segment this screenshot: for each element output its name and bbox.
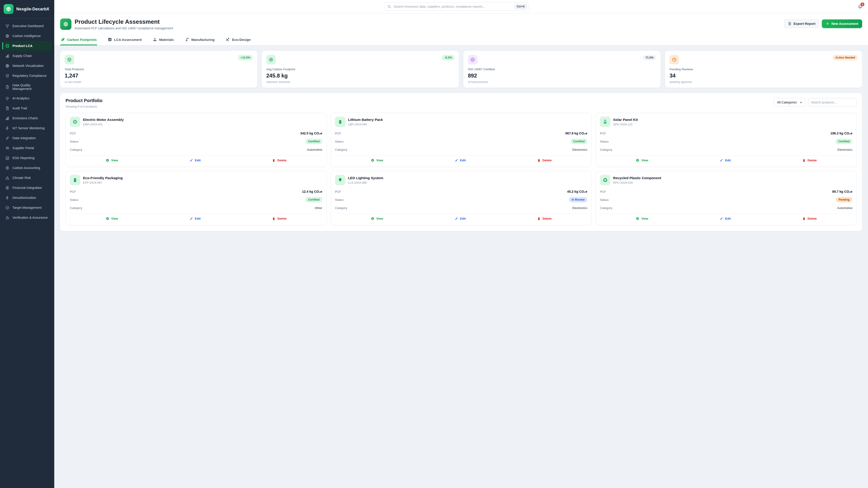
status-badge: In Review bbox=[569, 197, 587, 202]
edit-button[interactable]: Edit bbox=[189, 217, 201, 221]
export-report-label: Export Report bbox=[794, 22, 815, 26]
page-scroll[interactable]: Product Lifecycle Assessment Automated P… bbox=[54, 13, 868, 488]
sidebar-item-target-management[interactable]: Target Management bbox=[2, 203, 52, 213]
product-search-input[interactable] bbox=[808, 98, 857, 107]
view-button[interactable]: View bbox=[105, 158, 118, 162]
sidebar-item-ai-analytics[interactable]: AI Analytics bbox=[2, 93, 52, 103]
status-label: Status bbox=[600, 198, 609, 201]
view-label: View bbox=[376, 217, 383, 220]
trash-icon bbox=[272, 159, 276, 162]
sidebar-item-regulatory-compliance[interactable]: Regulatory Compliance bbox=[2, 71, 52, 80]
export-report-button[interactable]: Export Report bbox=[784, 19, 819, 28]
view-button[interactable]: View bbox=[371, 217, 383, 221]
bar-chart-square-icon bbox=[107, 37, 112, 42]
view-button[interactable]: View bbox=[371, 158, 383, 162]
category-filter-value: All Categories bbox=[777, 101, 797, 104]
pencil-icon bbox=[719, 159, 723, 162]
new-assessment-label: New Assessment bbox=[831, 22, 858, 26]
globe-icon bbox=[6, 6, 11, 12]
view-button[interactable]: View bbox=[105, 217, 118, 221]
stat-badge: +12.5% bbox=[238, 55, 253, 60]
category-value: Electronics bbox=[572, 206, 587, 210]
sidebar-item-climate-risk[interactable]: Climate Risk bbox=[2, 173, 52, 183]
sidebar-item-audit-trail[interactable]: Audit Trail bbox=[2, 103, 52, 113]
product-id: LBP-2024-045 bbox=[348, 123, 383, 126]
edit-label: Edit bbox=[195, 159, 201, 162]
dollar-circle-icon bbox=[5, 166, 9, 170]
category-value: Automotive bbox=[307, 148, 322, 151]
product-id: SPK-2024-123 bbox=[613, 123, 638, 126]
status-badge: Certified bbox=[305, 139, 322, 144]
sidebar-item-iot-sensor-monitoring[interactable]: IoT Sensor Monitoring bbox=[2, 123, 52, 133]
status-badge: Certified bbox=[835, 139, 852, 144]
view-button[interactable]: View bbox=[636, 217, 648, 221]
notification-count-badge: 3 bbox=[861, 2, 864, 6]
link-icon bbox=[5, 136, 9, 140]
edit-button[interactable]: Edit bbox=[719, 158, 731, 162]
edit-button[interactable]: Edit bbox=[189, 158, 201, 162]
brand-name: Nexgile-DecarbX bbox=[16, 7, 49, 11]
search-input[interactable] bbox=[394, 5, 513, 8]
sidebar-item-label: IoT Sensor Monitoring bbox=[12, 126, 44, 130]
view-button[interactable]: View bbox=[636, 158, 648, 162]
delete-button[interactable]: Delete bbox=[802, 217, 817, 221]
sidebar-item-financial-integration[interactable]: Financial Integration bbox=[2, 183, 52, 193]
sidebar-item-esg-reporting[interactable]: ESG Reporting bbox=[2, 153, 52, 163]
delete-label: Delete bbox=[542, 159, 552, 162]
stat-label: Pending Reviews bbox=[670, 68, 858, 71]
sidebar-item-label: Data Quality Management bbox=[12, 84, 49, 91]
delete-button[interactable]: Delete bbox=[272, 217, 287, 221]
clipboard-check-icon bbox=[5, 85, 9, 89]
sidebar-item-supply-chain[interactable]: Supply Chain bbox=[2, 51, 52, 61]
sidebar-item-supplier-portal[interactable]: Supplier Portal bbox=[2, 143, 52, 153]
product-card-eco-friendly-packaging: Eco-Friendly Packaging EFP-2024-067 PCF1… bbox=[66, 171, 327, 225]
edit-button[interactable]: Edit bbox=[455, 217, 466, 221]
funnel-icon bbox=[5, 24, 9, 28]
tab-materials[interactable]: Materials bbox=[152, 35, 174, 45]
status-badge: Certified bbox=[570, 139, 587, 144]
view-label: View bbox=[111, 217, 118, 220]
sidebar-item-emissions-charts[interactable]: Emissions Charts bbox=[2, 113, 52, 123]
edit-button[interactable]: Edit bbox=[719, 217, 731, 221]
category-filter-select[interactable]: All Categories bbox=[774, 98, 805, 107]
delete-button[interactable]: Delete bbox=[802, 158, 817, 162]
sidebar-item-network-visualization[interactable]: Network Visualization bbox=[2, 61, 52, 71]
tab-manufacturing[interactable]: Manufacturing bbox=[184, 35, 215, 45]
stat-sub: reduction achieved bbox=[266, 80, 454, 84]
stat-label: Total Products bbox=[65, 68, 253, 71]
delete-button[interactable]: Delete bbox=[537, 158, 552, 162]
battery-icon bbox=[335, 117, 345, 127]
pcf-label: PCF bbox=[70, 132, 76, 135]
sidebar-item-verification-assurance[interactable]: Verification & Assurance bbox=[2, 213, 52, 223]
sidebar-item-label: Verification & Assurance bbox=[12, 216, 48, 219]
sidebar-item-label: Supplier Portal bbox=[12, 146, 34, 150]
tab-lca-assessment[interactable]: LCA Assessment bbox=[107, 35, 142, 45]
lightbulb-icon bbox=[5, 96, 9, 101]
sidebar-item-product-lca[interactable]: Product LCA bbox=[2, 41, 52, 51]
sidebar-item-decarbonization[interactable]: Decarbonization bbox=[2, 193, 52, 203]
global-search[interactable]: Ctrl+K bbox=[384, 2, 529, 11]
stat-card-avg-carbon-footprint: -8.3% Avg Carbon Footprint 245.8 kg redu… bbox=[262, 51, 459, 88]
sidebar-item-data-quality-management[interactable]: Data Quality Management bbox=[2, 80, 52, 93]
stat-badge: -8.3% bbox=[442, 55, 454, 60]
sidebar-item-carbon-intelligence[interactable]: Carbon Intelligence bbox=[2, 31, 52, 41]
tab-eco-design[interactable]: Eco-Design bbox=[225, 35, 251, 45]
sidebar-item-label: Supply Chain bbox=[12, 54, 32, 58]
lock-icon bbox=[5, 215, 9, 220]
sidebar-item-data-integration[interactable]: Data Integration bbox=[2, 133, 52, 143]
sidebar-item-executive-dashboard[interactable]: Executive Dashboard bbox=[2, 21, 52, 31]
eye-icon bbox=[105, 158, 110, 162]
tab-carbon-footprints[interactable]: Carbon Footprints bbox=[60, 35, 97, 45]
delete-button[interactable]: Delete bbox=[537, 217, 552, 221]
stat-value: 892 bbox=[468, 72, 656, 79]
portfolio-title: Product Portfolio bbox=[66, 98, 102, 103]
edit-button[interactable]: Edit bbox=[455, 158, 466, 162]
delete-button[interactable]: Delete bbox=[272, 158, 287, 162]
notifications-button[interactable]: 3 bbox=[858, 4, 863, 9]
pcf-label: PCF bbox=[70, 190, 76, 193]
page-content: +12.5% Total Products 1,247 vs last mont… bbox=[54, 45, 868, 240]
pencil-icon bbox=[189, 159, 193, 162]
chevron-down-icon bbox=[800, 101, 802, 104]
new-assessment-button[interactable]: New Assessment bbox=[822, 20, 862, 28]
sidebar-item-carbon-accounting[interactable]: Carbon Accounting bbox=[2, 163, 52, 173]
